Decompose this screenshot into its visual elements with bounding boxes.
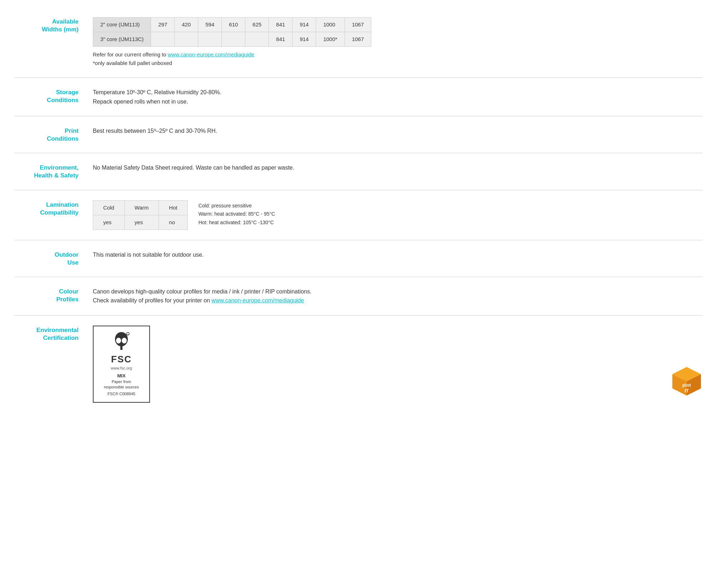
table-cell: 1000 — [316, 17, 345, 32]
row-label: 2" core (IJM113) — [93, 17, 151, 32]
content-outdoor-use: This material is not suitable for outdoo… — [93, 250, 703, 260]
widths-table: 2" core (IJM113) 297 420 594 610 625 841… — [93, 17, 371, 47]
table-cell: 625 — [245, 17, 269, 32]
content-storage-conditions: Temperature 10º-30º C, Relative Humidity… — [93, 88, 703, 106]
table-row: Cold Warm Hot — [93, 200, 188, 215]
table-cell — [151, 32, 175, 47]
fsc-code: FSC® C008945 — [98, 391, 145, 397]
fsc-title: FSC — [98, 353, 145, 366]
section-storage-conditions: StorageConditions Temperature 10º-30º C,… — [14, 78, 703, 116]
lam-header-hot: Hot — [159, 200, 187, 215]
table-cell: 420 — [175, 17, 198, 32]
lam-header-warm: Warm — [124, 200, 159, 215]
lam-header-cold: Cold — [93, 200, 125, 215]
table-cell: 1067 — [345, 17, 371, 32]
section-available-widths: AvailableWidths (mm) 2" core (IJM113) 29… — [14, 7, 703, 78]
fsc-icon: R — [98, 331, 145, 353]
content-colour-profiles: Canon develops high-quality colour profi… — [93, 287, 703, 305]
label-env-cert: EnvironmentalCertification — [14, 326, 93, 342]
table-cell: 1067 — [345, 32, 371, 47]
section-environment: Environment,Health & Safety No Material … — [14, 153, 703, 190]
fsc-org: www.fsc.org — [98, 366, 145, 371]
lamination-wrap: Cold Warm Hot yes yes no Cold: pressure … — [93, 200, 703, 230]
table-cell: 297 — [151, 17, 175, 32]
fsc-certificate-box: R FSC www.fsc.org MIX Paper fromresponsi… — [93, 326, 150, 403]
lam-detail-cold: Cold: pressure sensitive — [199, 202, 275, 210]
table-cell: 841 — [269, 32, 292, 47]
table-cell — [222, 32, 245, 47]
section-env-cert: EnvironmentalCertification R — [14, 316, 703, 413]
label-print-conditions: PrintConditions — [14, 126, 93, 143]
lam-val-warm: yes — [124, 215, 159, 230]
lam-detail-hot: Hot: heat activated: 105°C -130°C — [199, 218, 275, 227]
svg-text:R: R — [127, 333, 129, 335]
table-row: 2" core (IJM113) 297 420 594 610 625 841… — [93, 17, 371, 32]
label-environment: Environment,Health & Safety — [14, 163, 93, 180]
widths-note: Refer for our current offering to www.ca… — [93, 50, 703, 67]
label-lamination: LaminationCompatibility — [14, 200, 93, 217]
label-outdoor-use: OutdoorUse — [14, 250, 93, 267]
row-label: 3" core (IJM113C) — [93, 32, 151, 47]
table-cell: 914 — [292, 32, 316, 47]
section-outdoor-use: OutdoorUse This material is not suitable… — [14, 240, 703, 277]
svg-text:plot: plot — [682, 382, 691, 388]
content-available-widths: 2" core (IJM113) 297 420 594 610 625 841… — [93, 17, 703, 67]
environment-text: No Material Safety Data Sheet required. … — [93, 165, 294, 171]
table-cell — [175, 32, 198, 47]
svg-point-2 — [116, 338, 121, 343]
print-text: Best results between 15º–25º C and 30-70… — [93, 128, 217, 134]
svg-text:IT: IT — [685, 388, 689, 393]
table-cell: 610 — [222, 17, 245, 32]
fsc-mix: MIX — [98, 373, 145, 379]
table-row: 3" core (IJM113C) 841 914 1000* 1067 — [93, 32, 371, 47]
plotit-cube-svg: plot IT — [671, 365, 703, 397]
content-env-cert: R FSC www.fsc.org MIX Paper fromresponsi… — [93, 326, 703, 403]
section-print-conditions: PrintConditions Best results between 15º… — [14, 116, 703, 153]
page-wrapper: AvailableWidths (mm) 2" core (IJM113) 29… — [14, 7, 703, 413]
lam-detail-warm: Warm: heat activated: 85°C - 95°C — [199, 210, 275, 218]
section-colour-profiles: ColourProfiles Canon develops high-quali… — [14, 277, 703, 316]
label-available-widths: AvailableWidths (mm) — [14, 17, 93, 34]
table-row: yes yes no — [93, 215, 188, 230]
content-lamination: Cold Warm Hot yes yes no Cold: pressure … — [93, 200, 703, 230]
storage-text: Temperature 10º-30º C, Relative Humidity… — [93, 89, 221, 105]
label-colour-profiles: ColourProfiles — [14, 287, 93, 303]
label-storage-conditions: StorageConditions — [14, 88, 93, 104]
lamination-table: Cold Warm Hot yes yes no — [93, 200, 188, 230]
colour-text: Canon develops high-quality colour profi… — [93, 288, 311, 304]
table-cell: 1000* — [316, 32, 345, 47]
lam-val-hot: no — [159, 215, 187, 230]
svg-point-3 — [122, 338, 127, 343]
plotit-logo-container: plot IT — [671, 365, 703, 398]
colour-mediaguide-link[interactable]: www.canon-europe.com/mediaguide — [212, 297, 304, 303]
section-lamination: LaminationCompatibility Cold Warm Hot ye… — [14, 190, 703, 240]
table-cell — [245, 32, 269, 47]
lamination-details: Cold: pressure sensitive Warm: heat acti… — [199, 200, 275, 227]
table-cell: 594 — [198, 17, 222, 32]
mediaguide-link[interactable]: www.canon-europe.com/mediaguide — [168, 51, 255, 57]
content-print-conditions: Best results between 15º–25º C and 30-70… — [93, 126, 703, 136]
table-cell — [198, 32, 222, 47]
table-cell: 841 — [269, 17, 292, 32]
lam-val-cold: yes — [93, 215, 125, 230]
fsc-sub: Paper fromresponsible sources — [98, 379, 145, 390]
table-cell: 914 — [292, 17, 316, 32]
outdoor-text: This material is not suitable for outdoo… — [93, 252, 204, 258]
fsc-tree-svg: R — [111, 331, 132, 351]
content-environment: No Material Safety Data Sheet required. … — [93, 163, 703, 172]
